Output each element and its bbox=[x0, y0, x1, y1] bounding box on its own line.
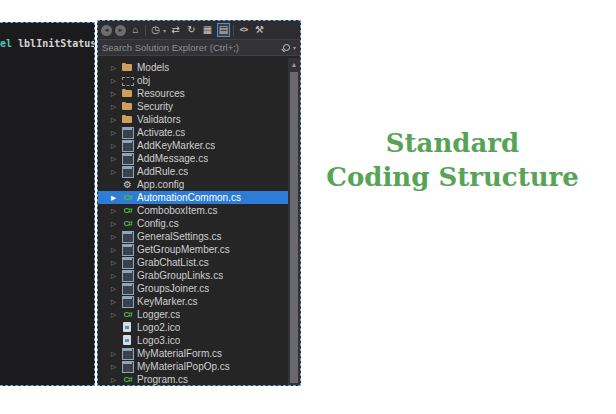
code-token-rest: lblInitStatus) bbox=[12, 38, 94, 49]
tree-item-program-cs[interactable]: ▷C#Program.cs bbox=[98, 373, 288, 386]
tree-item-mymaterialform-cs[interactable]: ▷MyMaterialForm.cs bbox=[98, 347, 288, 360]
tree-item-keymarker-cs[interactable]: ▷KeyMarker.cs bbox=[98, 295, 288, 308]
expand-arrow-icon[interactable]: ▷ bbox=[111, 207, 121, 215]
tree-item-config-cs[interactable]: ▷C#Config.cs bbox=[98, 217, 288, 230]
form-icon bbox=[121, 361, 134, 372]
tree-item-label: Models bbox=[137, 62, 169, 73]
form-icon bbox=[121, 231, 134, 242]
tree-item-automationcommon-cs[interactable]: ▶C#AutomationCommon.cs bbox=[98, 191, 288, 204]
expand-arrow-icon[interactable]: ▷ bbox=[111, 220, 121, 228]
collapse-all-icon[interactable]: ▦ bbox=[201, 23, 214, 37]
folder-dashed-icon bbox=[121, 75, 134, 86]
expand-arrow-icon[interactable]: ▷ bbox=[111, 116, 121, 124]
tree-item-label: KeyMarker.cs bbox=[137, 296, 198, 307]
tree-item-groupsjoiner-cs[interactable]: ▷GroupsJoiner.cs bbox=[98, 282, 288, 295]
csharp-icon: C# bbox=[121, 205, 134, 216]
tree-item-security[interactable]: ▷Security bbox=[98, 100, 288, 113]
tree-item-models[interactable]: ▷Models bbox=[98, 61, 288, 74]
tree-item-app-config[interactable]: ⚙App.config bbox=[98, 178, 288, 191]
tree-item-label: Activate.cs bbox=[137, 127, 185, 138]
expand-arrow-icon[interactable]: ▷ bbox=[111, 285, 121, 293]
expand-arrow-icon[interactable]: ▷ bbox=[111, 77, 121, 85]
expand-arrow-icon[interactable]: ▷ bbox=[111, 259, 121, 267]
csharp-icon: C# bbox=[121, 374, 134, 385]
expand-arrow-icon[interactable]: ▷ bbox=[111, 142, 121, 150]
tree-item-logger-cs[interactable]: ▷C#Logger.cs bbox=[98, 308, 288, 321]
form-icon bbox=[121, 127, 134, 138]
search-icon[interactable] bbox=[281, 43, 291, 53]
tree-item-label: GroupsJoiner.cs bbox=[137, 283, 209, 294]
tree-item-label: Config.cs bbox=[137, 218, 179, 229]
form-icon bbox=[121, 348, 134, 359]
sync-with-active-document-icon[interactable]: ⇄ bbox=[169, 23, 182, 37]
tree-item-generalsettings-cs[interactable]: ▷GeneralSettings.cs bbox=[98, 230, 288, 243]
scrollbar-up-arrow-icon[interactable]: ▲ bbox=[288, 58, 300, 70]
expand-arrow-icon[interactable]: ▷ bbox=[111, 129, 121, 137]
scrollbar-thumb[interactable] bbox=[290, 72, 298, 383]
toolbar-separator bbox=[145, 25, 146, 36]
form-icon bbox=[121, 244, 134, 255]
tree-item-label: Logo3.ico bbox=[137, 335, 180, 346]
tree-item-addrule-cs[interactable]: ▷AddRule.cs bbox=[98, 165, 288, 178]
form-icon bbox=[121, 140, 134, 151]
expand-arrow-icon[interactable]: ▷ bbox=[111, 363, 121, 371]
dropdown-caret-icon[interactable]: ▾ bbox=[163, 27, 166, 34]
back-icon[interactable]: ◄ bbox=[101, 25, 112, 36]
expand-arrow-icon[interactable]: ▷ bbox=[111, 298, 121, 306]
solution-explorer-panel: ◄►⌂◷▾⇄↻▦▤<>⚒ ▾ ▷Models▷obj▷Resources▷Sec… bbox=[97, 20, 301, 386]
tree-item-label: ComboboxItem.cs bbox=[137, 205, 218, 216]
tree-item-addmessage-cs[interactable]: ▷AddMessage.cs bbox=[98, 152, 288, 165]
tree-item-validators[interactable]: ▷Validators bbox=[98, 113, 288, 126]
search-input[interactable] bbox=[102, 42, 281, 53]
folder-icon bbox=[121, 62, 134, 73]
expand-arrow-icon[interactable]: ▷ bbox=[111, 64, 121, 72]
csharp-icon: C# bbox=[121, 192, 134, 203]
refresh-icon[interactable]: ↻ bbox=[185, 23, 198, 37]
search-box[interactable]: ▾ bbox=[98, 39, 300, 56]
show-all-files-icon[interactable]: ▤ bbox=[217, 23, 230, 37]
expand-arrow-icon[interactable]: ▷ bbox=[111, 246, 121, 254]
folder-icon bbox=[121, 114, 134, 125]
tree-item-addkeymarker-cs[interactable]: ▷AddKeyMarker.cs bbox=[98, 139, 288, 152]
csharp-icon: C# bbox=[121, 218, 134, 229]
expand-arrow-icon[interactable]: ▷ bbox=[111, 376, 121, 384]
page-title-line2: Coding Structure bbox=[295, 160, 610, 194]
home-icon[interactable]: ⌂ bbox=[129, 23, 142, 37]
forward-icon[interactable]: ► bbox=[115, 25, 126, 36]
tree-item-label: MyMaterialPopOp.cs bbox=[137, 361, 230, 372]
expand-arrow-icon[interactable]: ▷ bbox=[111, 155, 121, 163]
tree-item-label: Logo2.ico bbox=[137, 322, 180, 333]
expand-arrow-icon[interactable]: ▷ bbox=[111, 168, 121, 176]
tree-item-getgroupmember-cs[interactable]: ▷GetGroupMember.cs bbox=[98, 243, 288, 256]
expand-arrow-icon[interactable]: ▶ bbox=[111, 194, 121, 202]
tree-scrollbar[interactable]: ▲ bbox=[288, 58, 300, 385]
tree-item-resources[interactable]: ▷Resources bbox=[98, 87, 288, 100]
form-icon bbox=[121, 283, 134, 294]
tree-item-logo3-ico[interactable]: Logo3.ico bbox=[98, 334, 288, 347]
search-dropdown-caret-icon[interactable]: ▾ bbox=[293, 44, 296, 51]
tree-item-obj[interactable]: ▷obj bbox=[98, 74, 288, 87]
tree-item-label: Validators bbox=[137, 114, 181, 125]
properties-icon[interactable]: ⚒ bbox=[253, 23, 266, 37]
expand-arrow-icon[interactable]: ▷ bbox=[111, 90, 121, 98]
form-icon bbox=[121, 166, 134, 177]
tree-item-label: Program.cs bbox=[137, 374, 188, 385]
tree-item-grabgrouplinks-cs[interactable]: ▷GrabGroupLinks.cs bbox=[98, 269, 288, 282]
tree-item-mymaterialpopop-cs[interactable]: ▷MyMaterialPopOp.cs bbox=[98, 360, 288, 373]
expand-arrow-icon[interactable]: ▷ bbox=[111, 272, 121, 280]
tree-item-comboboxitem-cs[interactable]: ▷C#ComboboxItem.cs bbox=[98, 204, 288, 217]
tree-item-logo2-ico[interactable]: Logo2.ico bbox=[98, 321, 288, 334]
tree-item-activate-cs[interactable]: ▷Activate.cs bbox=[98, 126, 288, 139]
config-icon: ⚙ bbox=[121, 179, 134, 190]
view-code-icon[interactable]: <> bbox=[237, 23, 250, 37]
expand-arrow-icon[interactable]: ▷ bbox=[111, 103, 121, 111]
page-title-line1: Standard bbox=[295, 126, 610, 160]
solution-tree: ▷Models▷obj▷Resources▷Security▷Validator… bbox=[98, 56, 288, 386]
tree-item-grabchatlist-cs[interactable]: ▷GrabChatList.cs bbox=[98, 256, 288, 269]
expand-arrow-icon[interactable]: ▷ bbox=[111, 233, 121, 241]
switch-views-icon[interactable]: ◷ bbox=[149, 23, 162, 37]
expand-arrow-icon[interactable]: ▷ bbox=[111, 311, 121, 319]
form-icon bbox=[121, 257, 134, 268]
tree-item-label: Logger.cs bbox=[137, 309, 180, 320]
expand-arrow-icon[interactable]: ▷ bbox=[111, 350, 121, 358]
